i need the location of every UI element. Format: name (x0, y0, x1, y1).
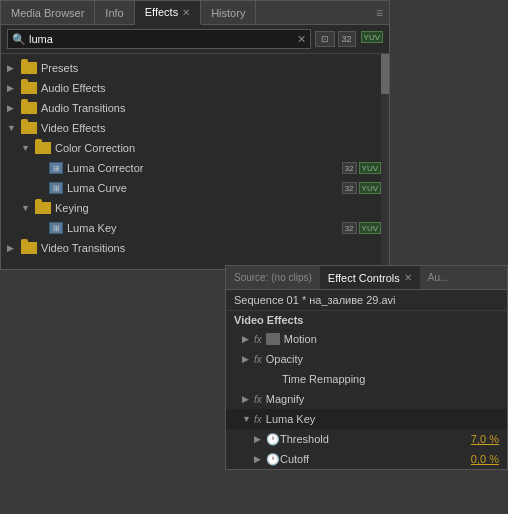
audio-transitions-folder-icon (21, 102, 37, 114)
luma-key-ec-arrow-icon (242, 414, 254, 424)
ec-tab-source[interactable]: Source: (no clips) (226, 266, 320, 289)
ec-row-threshold[interactable]: 🕐 Threshold 7,0 % (226, 429, 507, 449)
panel-menu-icon[interactable]: ≡ (370, 1, 389, 24)
tab-history[interactable]: History (201, 1, 256, 24)
cutoff-arrow-icon (254, 454, 266, 464)
luma-key-yuv-badge: YUV (359, 222, 381, 234)
audio-transitions-arrow-icon (7, 103, 21, 113)
scrollbar-track (381, 54, 389, 269)
magnify-arrow-icon (242, 394, 254, 404)
ec-row-magnify[interactable]: fx Magnify (226, 389, 507, 409)
ec-video-effects-title: Video Effects (226, 311, 507, 329)
filter-yuv-badge[interactable]: YUV (361, 31, 383, 43)
tree-item-color-correction[interactable]: Color Correction (1, 138, 389, 158)
presets-arrow-icon (7, 63, 21, 73)
threshold-clock-icon: 🕐 (266, 433, 280, 446)
video-effects-arrow-icon (7, 123, 21, 133)
ec-sequence-header: Sequence 01 * на_заливе 29.avi (226, 290, 507, 311)
filter-accelerated-icon[interactable]: ⊡ (315, 31, 335, 47)
effects-tab-close-icon[interactable]: ✕ (182, 7, 190, 18)
audio-effects-arrow-icon (7, 83, 21, 93)
audio-effects-folder-icon (21, 82, 37, 94)
color-correction-arrow-icon (21, 143, 35, 153)
luma-key-32-badge: 32 (342, 222, 357, 234)
keying-arrow-icon (21, 203, 35, 213)
ec-tab-close-icon[interactable]: ✕ (404, 272, 412, 283)
tree-item-audio-effects[interactable]: Audio Effects (1, 78, 389, 98)
tree-item-audio-transitions[interactable]: Audio Transitions (1, 98, 389, 118)
scrollbar-thumb[interactable] (381, 54, 389, 94)
search-icon: 🔍 (12, 33, 26, 46)
luma-corrector-yuv-badge: YUV (359, 162, 381, 174)
video-transitions-arrow-icon (7, 243, 21, 253)
ec-row-opacity[interactable]: fx Opacity (226, 349, 507, 369)
luma-key-icon: ⊞ (49, 222, 63, 234)
ec-row-motion[interactable]: fx Motion (226, 329, 507, 349)
tree-item-video-transitions[interactable]: Video Transitions (1, 238, 389, 258)
tree-item-luma-key[interactable]: ⊞ Luma Key 32 YUV (1, 218, 389, 238)
cutoff-value[interactable]: 0,0 % (471, 453, 499, 465)
tab-info[interactable]: Info (95, 1, 134, 24)
opacity-arrow-icon (242, 354, 254, 364)
video-transitions-folder-icon (21, 242, 37, 254)
luma-curve-icon: ⊞ (49, 182, 63, 194)
filter-32-badge[interactable]: 32 (338, 31, 356, 47)
tree-item-luma-corrector[interactable]: ⊞ Luma Corrector 32 YUV (1, 158, 389, 178)
search-bar: 🔍 ✕ ⊡ 32 YUV (1, 25, 389, 54)
tree-item-video-effects[interactable]: Video Effects (1, 118, 389, 138)
color-correction-folder-icon (35, 142, 51, 154)
search-clear-icon[interactable]: ✕ (297, 33, 306, 46)
motion-arrow-icon (242, 334, 254, 344)
tree-item-keying[interactable]: Keying (1, 198, 389, 218)
filter-badges: ⊡ 32 YUV (315, 31, 383, 47)
ec-tab-audio[interactable]: Au... (420, 266, 457, 289)
effect-controls-panel: Source: (no clips) Effect Controls ✕ Au.… (225, 265, 508, 470)
threshold-value[interactable]: 7,0 % (471, 433, 499, 445)
video-effects-folder-icon (21, 122, 37, 134)
tree-item-presets[interactable]: Presets (1, 58, 389, 78)
tree-item-luma-curve[interactable]: ⊞ Luma Curve 32 YUV (1, 178, 389, 198)
ec-row-cutoff[interactable]: 🕐 Cutoff 0,0 % (226, 449, 507, 469)
tab-effects[interactable]: Effects ✕ (135, 1, 201, 25)
effects-tree: Presets Audio Effects Audio Transitions … (1, 54, 389, 269)
ec-panel-tabs: Source: (no clips) Effect Controls ✕ Au.… (226, 266, 507, 290)
tab-media-browser[interactable]: Media Browser (1, 1, 95, 24)
luma-corrector-badges: 32 YUV (339, 162, 381, 174)
luma-corrector-icon: ⊞ (49, 162, 63, 174)
search-input-wrapper: 🔍 ✕ (7, 29, 311, 49)
motion-camera-icon (266, 333, 280, 345)
search-input[interactable] (29, 33, 297, 45)
luma-curve-yuv-badge: YUV (359, 182, 381, 194)
ec-row-luma-key[interactable]: fx Luma Key (226, 409, 507, 429)
ec-row-time-remapping[interactable]: Time Remapping (226, 369, 507, 389)
panel-tabs: Media Browser Info Effects ✕ History ≡ (1, 1, 389, 25)
threshold-arrow-icon (254, 434, 266, 444)
ec-tab-effect-controls[interactable]: Effect Controls ✕ (320, 266, 420, 289)
effects-panel: Media Browser Info Effects ✕ History ≡ 🔍… (0, 0, 390, 270)
luma-corrector-32-badge: 32 (342, 162, 357, 174)
cutoff-clock-icon: 🕐 (266, 453, 280, 466)
luma-key-badges: 32 YUV (339, 222, 381, 234)
luma-curve-badges: 32 YUV (339, 182, 381, 194)
presets-folder-icon (21, 62, 37, 74)
keying-folder-icon (35, 202, 51, 214)
luma-curve-32-badge: 32 (342, 182, 357, 194)
